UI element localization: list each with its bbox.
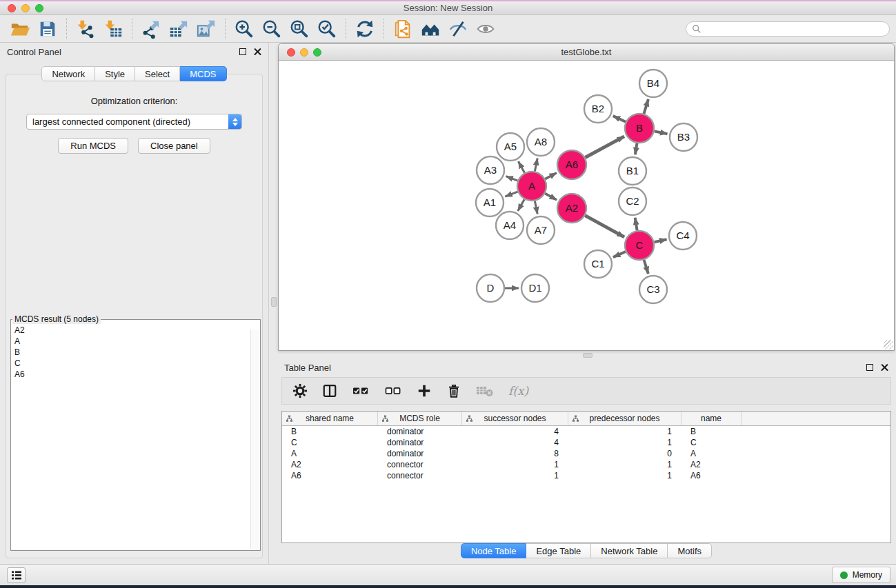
import-network-button[interactable] xyxy=(72,17,99,41)
column-header-name[interactable]: name xyxy=(681,412,741,425)
search-input[interactable] xyxy=(705,23,884,34)
close-panel-button[interactable]: Close panel xyxy=(138,138,210,154)
column-header-predecessor-nodes[interactable]: predecessor nodes xyxy=(568,412,681,425)
zoom-in-button[interactable] xyxy=(230,17,258,41)
table-panel: Table Panel xyxy=(278,358,895,562)
export-table-button[interactable] xyxy=(165,17,192,41)
column-header-shared-name[interactable]: shared name xyxy=(282,412,378,425)
save-session-button[interactable] xyxy=(34,17,61,41)
edge-C-C3[interactable] xyxy=(644,260,648,274)
control-panel-title: Control Panel xyxy=(7,47,61,57)
import-table-button[interactable] xyxy=(99,17,127,41)
edge-B-B4[interactable] xyxy=(644,99,648,114)
mcds-result-item[interactable]: A6 xyxy=(14,369,260,380)
tab-motifs[interactable]: Motifs xyxy=(668,543,712,558)
hide-all-columns-button[interactable] xyxy=(384,383,402,398)
edge-A-A6[interactable] xyxy=(545,173,557,179)
create-column-button[interactable] xyxy=(417,383,432,398)
tab-network[interactable]: Network xyxy=(41,66,95,81)
edge-A-A3[interactable] xyxy=(506,176,517,181)
close-window-button[interactable] xyxy=(8,4,16,12)
edge-C-C2[interactable] xyxy=(635,218,637,231)
maximize-window-button[interactable] xyxy=(35,4,43,12)
table-row[interactable]: A6connector11A6 xyxy=(282,470,890,481)
table-cell: B xyxy=(282,426,378,437)
column-header-successor-nodes[interactable]: successor nodes xyxy=(462,412,568,425)
mcds-result-item[interactable]: A xyxy=(14,336,260,347)
table-cell: dominator xyxy=(378,448,462,459)
table-panel-title: Table Panel xyxy=(284,363,331,373)
table-cell: 4 xyxy=(462,426,568,437)
minimize-network-button[interactable] xyxy=(300,48,308,57)
mcds-result-item[interactable]: C xyxy=(14,358,260,369)
run-mcds-button[interactable]: Run MCDS xyxy=(58,138,128,154)
column-header-label: MCDS role xyxy=(399,414,440,423)
edge-C-C1[interactable] xyxy=(613,252,626,257)
memory-label: Memory xyxy=(853,570,882,580)
function-builder-button[interactable]: f(x) xyxy=(508,384,528,398)
close-panel-icon[interactable] xyxy=(254,48,261,56)
column-type-icon xyxy=(286,415,293,422)
edge-A-A2[interactable] xyxy=(545,194,557,200)
float-panel-icon[interactable] xyxy=(239,48,246,55)
edge-A-A4[interactable] xyxy=(518,199,524,211)
mcds-result-item[interactable]: B xyxy=(14,347,260,358)
node-label-B: B xyxy=(636,122,643,134)
table-row[interactable]: Bdominator41B xyxy=(282,426,890,437)
open-session-button[interactable] xyxy=(6,17,34,41)
zoom-selected-button[interactable] xyxy=(313,17,341,41)
tab-mcds[interactable]: MCDS xyxy=(180,66,226,81)
column-header-MCDS-role[interactable]: MCDS role xyxy=(378,412,462,425)
close-table-panel-icon[interactable] xyxy=(881,364,888,372)
edge-A-A8[interactable] xyxy=(535,159,537,172)
refresh-button[interactable] xyxy=(351,17,379,41)
memory-button[interactable]: Memory xyxy=(832,567,890,583)
show-all-columns-button[interactable] xyxy=(352,383,370,398)
edge-A2-C[interactable] xyxy=(585,216,624,237)
show-details-button[interactable] xyxy=(472,17,499,41)
network-canvas[interactable]: B4B2BB3A5A8A6A3B1AA1C2A2A4A7C4CC1DD1C3 xyxy=(279,61,894,350)
edge-A-A1[interactable] xyxy=(505,192,517,196)
edge-C-C4[interactable] xyxy=(654,239,666,242)
horizontal-splitter-handle[interactable] xyxy=(583,353,593,358)
edge-B-B2[interactable] xyxy=(613,116,626,122)
search-field[interactable] xyxy=(686,21,890,37)
node-table: shared nameMCDS rolesuccessor nodesprede… xyxy=(281,411,891,543)
table-row[interactable]: A2connector11A2 xyxy=(282,459,890,470)
network-from-file-button[interactable] xyxy=(389,17,417,41)
home-button[interactable] xyxy=(417,17,444,41)
zoom-fit-button[interactable] xyxy=(286,17,313,41)
table-cell: A xyxy=(681,448,741,459)
table-row[interactable]: Adominator80A xyxy=(282,448,890,459)
float-table-panel-icon[interactable] xyxy=(866,364,873,371)
tab-select[interactable]: Select xyxy=(135,66,180,81)
tab-style[interactable]: Style xyxy=(95,66,135,81)
tab-node-table[interactable]: Node Table xyxy=(461,543,527,558)
zoom-out-button[interactable] xyxy=(258,17,286,41)
close-network-button[interactable] xyxy=(287,48,295,57)
hide-details-button[interactable] xyxy=(444,17,472,41)
table-row[interactable]: Cdominator41C xyxy=(282,437,890,448)
edge-B-B3[interactable] xyxy=(655,131,668,134)
window-resize-grip[interactable] xyxy=(884,340,893,349)
minimize-window-button[interactable] xyxy=(21,4,30,12)
tab-edge-table[interactable]: Edge Table xyxy=(526,543,591,558)
export-network-button[interactable] xyxy=(137,17,165,41)
vertical-splitter-handle[interactable] xyxy=(271,297,277,307)
task-history-button[interactable] xyxy=(7,567,26,583)
tab-network-table[interactable]: Network Table xyxy=(591,543,668,558)
mcds-result-item[interactable]: A2 xyxy=(14,325,260,336)
table-settings-button[interactable] xyxy=(292,383,308,398)
export-image-button[interactable] xyxy=(192,17,220,41)
show-column-button[interactable] xyxy=(322,383,337,398)
maximize-network-button[interactable] xyxy=(313,48,321,57)
edge-B-B1[interactable] xyxy=(635,143,637,155)
delete-table-button[interactable] xyxy=(476,384,494,398)
optimization-criterion-dropdown[interactable]: largest connected component (directed) xyxy=(26,114,242,130)
node-label-A2: A2 xyxy=(566,202,578,214)
edge-A-A7[interactable] xyxy=(535,201,537,214)
result-scrollbar[interactable] xyxy=(250,330,259,549)
delete-columns-button[interactable] xyxy=(446,383,461,398)
edge-A-A5[interactable] xyxy=(518,161,524,173)
edge-A6-B[interactable] xyxy=(585,136,624,158)
